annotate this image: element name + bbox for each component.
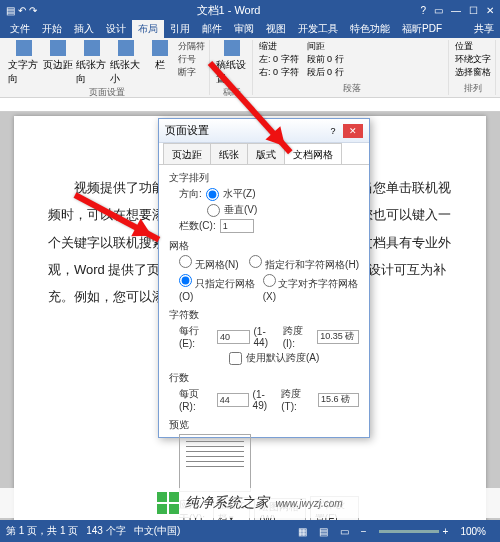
grid-chars-radio[interactable] xyxy=(249,255,262,268)
tab-foxit[interactable]: 福昕PDF xyxy=(396,20,448,38)
tab-review[interactable]: 审阅 xyxy=(228,20,260,38)
preview-label: 预览 xyxy=(169,418,359,432)
tab-file[interactable]: 文件 xyxy=(4,20,36,38)
grid-label: 网格 xyxy=(169,239,359,253)
view-read-icon[interactable]: ▤ xyxy=(319,526,328,537)
maximize-icon[interactable]: ☐ xyxy=(469,5,478,16)
word-count[interactable]: 143 个字 xyxy=(86,524,125,538)
view-web-icon[interactable]: ▭ xyxy=(340,526,349,537)
text-arrange-label: 文字排列 xyxy=(169,171,359,185)
columns-button[interactable]: 栏 xyxy=(144,40,176,86)
indent-right[interactable]: 右: 0 字符 xyxy=(259,66,299,79)
selection-pane-button[interactable]: 选择窗格 xyxy=(455,66,491,79)
breaks-button[interactable]: 分隔符 xyxy=(178,40,205,53)
language-indicator[interactable]: 中文(中国) xyxy=(134,524,181,538)
spacing-after[interactable]: 段后 0 行 xyxy=(307,66,344,79)
dialog-tabs: 页边距 纸张 版式 文档网格 xyxy=(159,143,369,165)
tab-references[interactable]: 引用 xyxy=(164,20,196,38)
group-arrange: 位置 环绕文字 选择窗格 排列 xyxy=(451,40,496,95)
text-direction-button[interactable]: 文字方向 xyxy=(8,40,40,86)
group-label-page-setup: 页面设置 xyxy=(8,86,205,98)
grid-align-radio[interactable] xyxy=(263,274,276,287)
position-button[interactable]: 位置 xyxy=(455,40,491,53)
spacing-before[interactable]: 段前 0 行 xyxy=(307,53,344,66)
wrap-button[interactable]: 环绕文字 xyxy=(455,53,491,66)
quick-access[interactable]: ▤ ↶ ↷ xyxy=(6,5,37,16)
view-print-icon[interactable]: ▦ xyxy=(298,526,307,537)
tab-design[interactable]: 设计 xyxy=(100,20,132,38)
char-pitch-spinner[interactable]: 10.35 磅 xyxy=(317,330,359,344)
hyphenation-button[interactable]: 断字 xyxy=(178,66,205,79)
direction-vertical-radio[interactable] xyxy=(207,204,220,217)
tab-mail[interactable]: 邮件 xyxy=(196,20,228,38)
help-icon[interactable]: ? xyxy=(420,5,426,16)
zoom-in-icon[interactable]: + xyxy=(443,526,449,537)
lines-label: 行数 xyxy=(169,371,359,385)
share-button[interactable]: 共享 xyxy=(468,20,500,38)
lines-per-page-spinner[interactable]: 44 xyxy=(217,393,249,407)
tab-insert[interactable]: 插入 xyxy=(68,20,100,38)
watermark-text: 纯净系统之家 xyxy=(185,494,269,512)
close-icon[interactable]: ✕ xyxy=(486,5,494,16)
group-page-setup: 文字方向 页边距 纸张方向 纸张大小 栏 分隔符 行号 断字 页面设置 xyxy=(4,40,210,95)
grid-none-radio[interactable] xyxy=(179,255,192,268)
chars-per-line-spinner[interactable]: 40 xyxy=(217,330,249,344)
tab-dev[interactable]: 开发工具 xyxy=(292,20,344,38)
watermark-url: www.jwyzj.com xyxy=(275,498,342,509)
dialog-close-icon[interactable]: ✕ xyxy=(343,124,363,138)
minimize-icon[interactable]: — xyxy=(451,5,461,16)
size-button[interactable]: 纸张大小 xyxy=(110,40,142,86)
grid-lines-radio[interactable] xyxy=(179,274,192,287)
columns-spinner[interactable]: 1 xyxy=(220,219,254,233)
tab-home[interactable]: 开始 xyxy=(36,20,68,38)
zoom-level[interactable]: 100% xyxy=(460,526,486,537)
zoom-slider[interactable] xyxy=(379,530,439,533)
indent-left[interactable]: 左: 0 字符 xyxy=(259,53,299,66)
page-setup-dialog: 页面设置 ? ✕ 页边距 纸张 版式 文档网格 文字排列 方向: 水平(Z) 垂… xyxy=(158,118,370,438)
tab-special[interactable]: 特色功能 xyxy=(344,20,396,38)
tab-view[interactable]: 视图 xyxy=(260,20,292,38)
orientation-button[interactable]: 纸张方向 xyxy=(76,40,108,86)
ribbon-collapse-icon[interactable]: ▭ xyxy=(434,5,443,16)
line-pitch-spinner[interactable]: 15.6 磅 xyxy=(318,393,359,407)
ribbon: 文字方向 页边距 纸张方向 纸张大小 栏 分隔符 行号 断字 页面设置 稿纸设置… xyxy=(0,38,500,98)
dialog-help-icon[interactable]: ? xyxy=(323,124,343,138)
direction-horizontal-radio[interactable] xyxy=(206,188,219,201)
status-bar: 第 1 页，共 1 页 143 个字 中文(中国) ▦ ▤ ▭ − + 100% xyxy=(0,520,500,542)
watermark: 纯净系统之家 www.jwyzj.com xyxy=(0,488,500,518)
dlg-tab-paper[interactable]: 纸张 xyxy=(210,143,248,164)
margins-button[interactable]: 页边距 xyxy=(42,40,74,86)
page-indicator[interactable]: 第 1 页，共 1 页 xyxy=(6,524,78,538)
dlg-tab-margins[interactable]: 页边距 xyxy=(163,143,211,164)
preview-pane xyxy=(179,434,251,492)
tab-layout[interactable]: 布局 xyxy=(132,20,164,38)
dialog-title: 页面设置 xyxy=(165,123,323,138)
zoom-out-icon[interactable]: − xyxy=(361,526,367,537)
use-default-pitch-checkbox[interactable] xyxy=(229,352,242,365)
line-numbers-button[interactable]: 行号 xyxy=(178,53,205,66)
ribbon-tabstrip: 文件 开始 插入 设计 布局 引用 邮件 审阅 视图 开发工具 特色功能 福昕P… xyxy=(0,20,500,38)
chars-label: 字符数 xyxy=(169,308,359,322)
window-titlebar: ▤ ↶ ↷ 文档1 - Word ? ▭ — ☐ ✕ xyxy=(0,0,500,20)
document-title: 文档1 - Word xyxy=(37,3,421,18)
group-indent-spacing: 缩进 左: 0 字符 右: 0 字符 间距 段前 0 行 段后 0 行 段落 xyxy=(255,40,449,95)
watermark-logo-icon xyxy=(157,492,179,514)
